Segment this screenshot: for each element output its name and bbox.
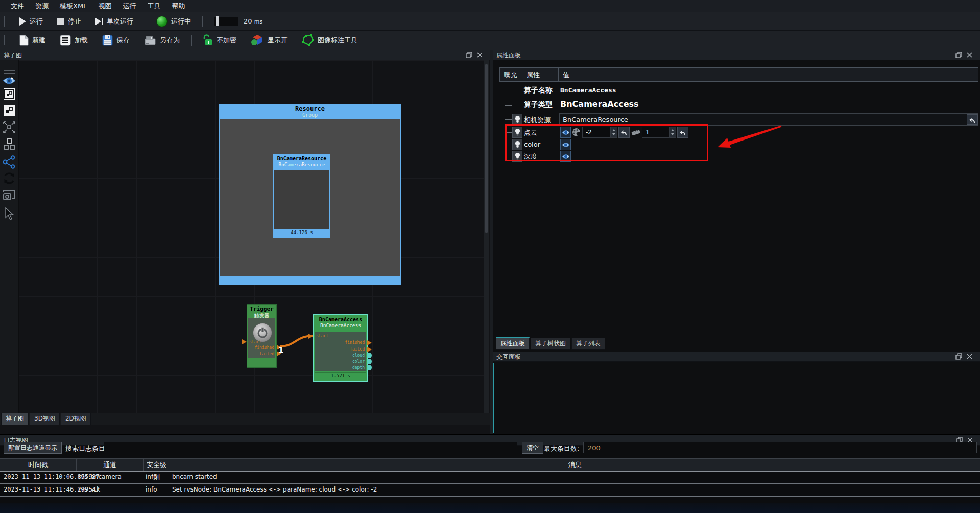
run-button[interactable]: 运行: [12, 14, 50, 29]
image-annotate-button[interactable]: 图像标注工具: [295, 33, 365, 48]
eye-visibility-icon[interactable]: [3, 76, 16, 85]
max-entries-input[interactable]: 200: [583, 442, 977, 453]
node-bncameraaccess[interactable]: BnCameraAccess BnCameraAccess start fini…: [313, 314, 368, 382]
node-trigger[interactable]: Trigger 触发器 start finished failed: [247, 304, 277, 368]
stop-button[interactable]: 停止: [50, 14, 88, 29]
delay-slider-handle[interactable]: [216, 16, 219, 26]
menu-bar: 文件 资源 模板XML 视图 运行 工具 帮助: [0, 0, 980, 12]
camera-node-subtitle: BnCameraResource: [273, 161, 330, 167]
annotation-arrow: [712, 122, 785, 151]
menu-template-xml[interactable]: 模板XML: [54, 0, 92, 12]
access-start-label: start: [316, 334, 328, 338]
load-button[interactable]: 加载: [53, 33, 95, 48]
polygon-annotate-icon: [302, 34, 314, 46]
strip-drag-handle[interactable]: [4, 70, 15, 74]
tree-tick: [505, 91, 512, 91]
clear-log-button[interactable]: 清空: [522, 442, 543, 454]
menu-run[interactable]: 运行: [117, 0, 141, 12]
column-value[interactable]: 值: [558, 67, 978, 82]
stop-label: 停止: [68, 17, 81, 26]
property-panel-tabs: 属性面板 算子树状图 算子列表: [496, 337, 605, 350]
load-icon: [60, 35, 71, 46]
wire-count-label: 1: [278, 346, 283, 355]
tab-operator-list[interactable]: 算子列表: [571, 338, 605, 350]
menu-view[interactable]: 视图: [92, 0, 117, 12]
graph-view-tabs: 算子图 3D视图 2D视图: [0, 413, 490, 425]
search-log-input[interactable]: [104, 442, 517, 453]
unlock-icon: [203, 34, 213, 46]
tree-tick: [505, 119, 512, 120]
single-run-button[interactable]: 单次运行: [88, 14, 140, 29]
stop-icon: [57, 18, 64, 25]
log-row[interactable]: 2023-11-13 11:11:46.299547 rvs_vtk info …: [0, 484, 980, 497]
configure-log-channels-button[interactable]: 配置日志通道显示: [4, 442, 62, 454]
close-panel-icon[interactable]: [476, 52, 483, 58]
fit-view-icon[interactable]: [3, 121, 16, 134]
log-col-channel[interactable]: 通道: [77, 459, 144, 471]
separator: [191, 35, 192, 46]
refresh-icon[interactable]: [3, 172, 16, 185]
log-col-message[interactable]: 消息: [170, 459, 980, 471]
tab-3d-view[interactable]: 3D视图: [30, 413, 60, 425]
graph-panel-titlebar: 算子图: [0, 50, 490, 60]
display-toggle-button[interactable]: 显示开: [244, 33, 295, 48]
screenshot-icon[interactable]: [3, 189, 16, 201]
node-overview-icon[interactable]: [3, 88, 15, 100]
max-entries-value: 200: [584, 444, 601, 452]
save-as-button[interactable]: 另存为: [137, 33, 187, 48]
tab-2d-view[interactable]: 2D视图: [61, 413, 91, 425]
display-label: 显示开: [268, 36, 288, 45]
access-color-label: color: [352, 359, 365, 364]
node-bncameraresource[interactable]: BnCameraResource BnCameraResource 44.126…: [273, 154, 330, 238]
trigger-node-title: Trigger: [247, 306, 276, 312]
new-button[interactable]: 新建: [12, 33, 53, 48]
column-exposure[interactable]: 曝光: [499, 67, 522, 82]
toolbar-drag-handle[interactable]: [4, 35, 7, 45]
run-status-indicator: 运行中: [149, 14, 198, 29]
group-blocks-icon[interactable]: [3, 138, 15, 150]
camera-resource-reset-button[interactable]: [967, 114, 978, 125]
menu-tools[interactable]: 工具: [141, 0, 166, 12]
cursor-select-icon[interactable]: [4, 207, 14, 221]
new-label: 新建: [32, 36, 45, 45]
log-col-timestamp[interactable]: 时间戳: [0, 459, 77, 471]
log-panel: 日志视图 配置日志通道显示 搜索日志条目: 清空 最大条目数: 200 时间戳 …: [0, 435, 980, 503]
camera-resource-expose-button[interactable]: [512, 114, 522, 125]
tab-operator-tree[interactable]: 算子树状图: [531, 338, 570, 350]
nodes-view-icon[interactable]: [3, 104, 15, 116]
delay-slider[interactable]: [214, 17, 238, 26]
tab-property-panel[interactable]: 属性面板: [496, 337, 530, 350]
log-col-level[interactable]: 安全级别: [144, 459, 170, 471]
float-panel-icon[interactable]: [955, 52, 962, 58]
close-panel-icon[interactable]: [966, 353, 973, 360]
menu-resource[interactable]: 资源: [30, 0, 54, 12]
canvas-vertical-scrollbar[interactable]: [484, 60, 489, 413]
float-panel-icon[interactable]: [466, 52, 472, 58]
camera-node-title: BnCameraResource: [273, 156, 330, 161]
access-finished-port[interactable]: [367, 340, 372, 345]
encrypt-toggle-button[interactable]: 不加密: [196, 33, 244, 48]
camera-node-body[interactable]: [274, 170, 329, 229]
camera-resource-label: 相机资源: [524, 115, 551, 125]
tab-operator-graph[interactable]: 算子图: [1, 413, 29, 425]
save-button[interactable]: 保存: [95, 33, 137, 48]
menu-file[interactable]: 文件: [5, 0, 30, 12]
trigger-start-port[interactable]: [242, 339, 247, 344]
menu-help[interactable]: 帮助: [166, 0, 190, 12]
status-strip: [0, 503, 980, 513]
access-depth-label: depth: [352, 365, 365, 370]
access-start-port[interactable]: [308, 334, 313, 339]
access-failed-port[interactable]: [367, 347, 372, 352]
share-connect-icon[interactable]: [3, 155, 16, 169]
float-panel-icon[interactable]: [955, 353, 962, 360]
log-row[interactable]: 2023-11-13 11:10:06.855987 rvs_bncamera …: [0, 471, 980, 484]
scrollbar-thumb[interactable]: [485, 64, 488, 233]
save-as-icon: [144, 35, 156, 46]
toolbar-drag-handle[interactable]: [4, 16, 7, 27]
separator: [145, 16, 145, 27]
close-panel-icon[interactable]: [966, 52, 973, 58]
column-property[interactable]: 属性: [522, 67, 559, 82]
group-node-type: Group: [219, 112, 401, 118]
save-label: 保存: [116, 36, 130, 45]
running-ball-icon: [156, 16, 168, 27]
